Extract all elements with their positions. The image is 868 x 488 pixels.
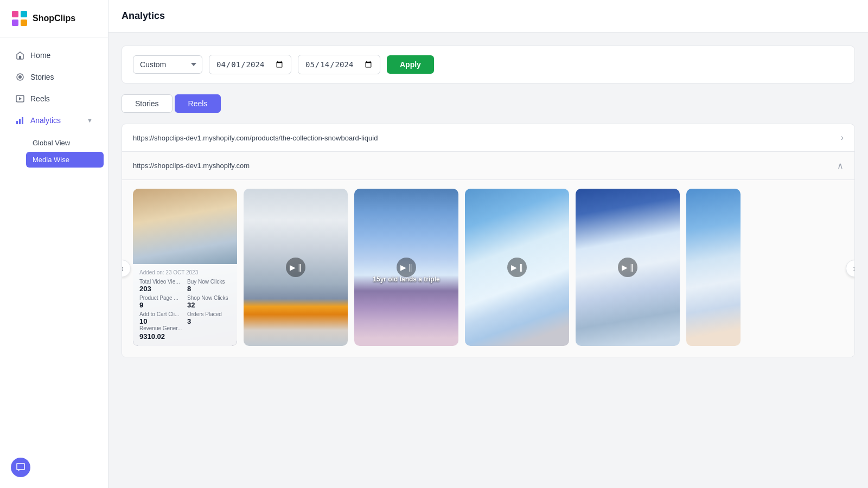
svg-rect-10 [19, 119, 21, 124]
media-card-1[interactable]: Added on: 23 OCT 2023 Total Video Vie...… [133, 189, 237, 346]
svg-rect-11 [22, 117, 23, 124]
card-1-date: Added on: 23 OCT 2023 [139, 269, 231, 275]
sidebar-item-analytics-label: Analytics [30, 116, 61, 125]
sidebar-navigation: Home Stories Reels Analytics ▼ Global Vi… [0, 37, 108, 488]
media-card-4[interactable]: ▶ ‖ [465, 189, 569, 346]
media-card-1-overlay: Added on: 23 OCT 2023 Total Video Vie...… [133, 264, 237, 346]
url-section: https://shopclips-dev1.myshopify.com/pro… [122, 124, 855, 357]
content-tabs: Stories Reels [122, 94, 855, 113]
stat-revenue: Revenue Gener... 9310.02 [139, 325, 231, 341]
carousel-prev-button[interactable]: ‹ [122, 260, 131, 277]
url-chevron-right-1: › [841, 133, 844, 143]
sidebar-item-stories-label: Stories [30, 73, 54, 81]
stories-icon [15, 72, 25, 82]
logo-icon [11, 10, 28, 27]
sidebar-item-global-view[interactable]: Global View [26, 135, 104, 151]
media-wise-label: Media Wise [33, 156, 69, 164]
global-view-label: Global View [33, 139, 70, 147]
svg-marker-8 [19, 97, 22, 100]
sidebar-item-media-wise[interactable]: Media Wise [26, 152, 104, 168]
sidebar: ShopClips Home Stories Reels Analytics [0, 0, 108, 488]
tab-stories[interactable]: Stories [122, 94, 173, 113]
card-1-stats-grid: Total Video Vie... 203 Buy Now Clicks 8 … [139, 279, 231, 325]
svg-rect-1 [12, 20, 18, 26]
svg-rect-0 [12, 11, 18, 17]
stat-label-buy-now: Buy Now Clicks 8 [187, 279, 231, 293]
tab-reels[interactable]: Reels [175, 94, 221, 113]
svg-point-6 [18, 75, 22, 79]
stat-label-shop-now: Shop Now Clicks 32 [187, 295, 231, 309]
stat-label-total-views: Total Video Vie... 203 [139, 279, 183, 293]
app-name: ShopClips [33, 14, 75, 23]
url-row-1[interactable]: https://shopclips-dev1.myshopify.com/pro… [122, 124, 854, 152]
page-title: Analytics [122, 10, 165, 22]
video-text-overlay-3: 15yr old lands a triple [354, 275, 458, 283]
play-button-2[interactable]: ▶ ‖ [286, 258, 305, 277]
media-card-2[interactable]: ▶ ‖ [244, 189, 348, 346]
url-text-1: https://shopclips-dev1.myshopify.com/pro… [133, 134, 378, 142]
content-area: Custom Last 7 Days Last 30 Days Last 90 … [108, 33, 868, 488]
stat-label-orders: Orders Placed 3 [187, 311, 231, 325]
date-from-input[interactable] [209, 55, 291, 74]
analytics-icon [15, 115, 25, 125]
svg-rect-3 [21, 20, 27, 26]
sidebar-item-reels-label: Reels [30, 94, 50, 103]
url-text-2: https://shopclips-dev1.myshopify.com [133, 162, 250, 170]
apply-button[interactable]: Apply [387, 55, 434, 74]
chat-button[interactable] [11, 458, 30, 477]
media-card-5[interactable]: ▶ ‖ [576, 189, 680, 346]
play-button-5[interactable]: ▶ ‖ [618, 258, 637, 277]
main-content: Analytics Custom Last 7 Days Last 30 Day… [108, 0, 868, 488]
svg-rect-4 [19, 56, 21, 59]
home-icon [15, 50, 25, 60]
svg-rect-2 [21, 11, 27, 17]
sidebar-item-reels[interactable]: Reels [4, 88, 104, 109]
analytics-subnav: Global View Media Wise [0, 132, 108, 171]
media-card-3[interactable]: ▶ ‖ 15yr old lands a triple [354, 189, 458, 346]
stat-label-product-page: Product Page ... 9 [139, 295, 183, 309]
sidebar-item-stories[interactable]: Stories [4, 67, 104, 87]
play-button-4[interactable]: ▶ ‖ [507, 258, 527, 277]
sidebar-item-home-label: Home [30, 51, 50, 60]
date-range-select[interactable]: Custom Last 7 Days Last 30 Days Last 90 … [133, 55, 202, 74]
sidebar-item-home[interactable]: Home [4, 45, 104, 66]
url-chevron-up-2: ∧ [837, 160, 844, 171]
stat-label-add-cart: Add to Cart Cli... 10 [139, 311, 183, 325]
filter-bar: Custom Last 7 Days Last 30 Days Last 90 … [122, 46, 855, 84]
date-to-input[interactable] [298, 55, 380, 74]
media-grid-wrapper: ‹ Added on: 23 OCT 2023 Total Video Vie.… [122, 180, 854, 357]
url-row-2[interactable]: https://shopclips-dev1.myshopify.com ∧ [122, 152, 854, 180]
svg-rect-9 [16, 121, 18, 124]
sidebar-item-analytics[interactable]: Analytics ▼ [4, 110, 104, 131]
play-button-3[interactable]: ▶ ‖ [397, 258, 416, 277]
carousel-next-button[interactable]: › [846, 260, 855, 277]
media-card-6[interactable] [686, 189, 741, 346]
sidebar-logo: ShopClips [0, 0, 108, 37]
reels-icon [15, 94, 25, 104]
topbar: Analytics [108, 0, 868, 33]
analytics-expand-icon: ▼ [87, 117, 93, 124]
media-grid: Added on: 23 OCT 2023 Total Video Vie...… [133, 189, 844, 346]
